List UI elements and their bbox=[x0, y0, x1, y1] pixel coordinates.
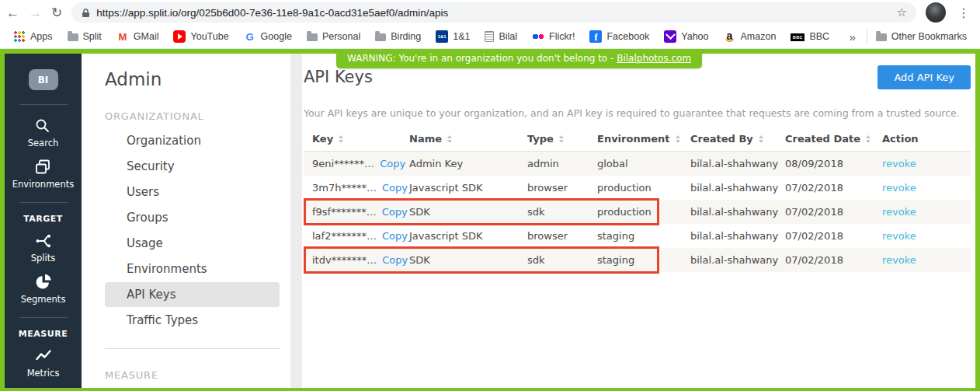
reload-icon[interactable]: ↻ bbox=[51, 6, 62, 19]
bookmark-item[interactable]: Yahoo bbox=[660, 29, 712, 44]
sort-icon[interactable] bbox=[339, 135, 343, 143]
admin-nav-item-label: Traffic Types bbox=[127, 313, 198, 327]
sort-icon[interactable] bbox=[759, 135, 763, 143]
admin-nav-item[interactable]: Organization bbox=[105, 128, 280, 153]
cell-created-by: bilal.al-shahwany bbox=[690, 158, 785, 169]
column-header[interactable]: Environment bbox=[597, 133, 690, 145]
other-bookmarks-folder[interactable]: Other Bookmarks bbox=[872, 30, 971, 44]
bookmark-item[interactable]: Facebook bbox=[586, 29, 653, 44]
sidebar-item-environments[interactable]: Environments bbox=[12, 158, 74, 190]
sidebar-item-label: Search bbox=[28, 138, 59, 148]
revoke-link[interactable]: revoke bbox=[882, 254, 916, 266]
copy-link[interactable]: Copy bbox=[382, 206, 408, 218]
column-header[interactable]: Key bbox=[304, 133, 409, 145]
column-header[interactable]: Created Date bbox=[785, 133, 882, 145]
sort-icon[interactable] bbox=[866, 135, 871, 143]
bookmark-item[interactable]: YouTube bbox=[169, 29, 232, 44]
sort-icon[interactable] bbox=[676, 135, 680, 143]
copy-link[interactable]: Copy bbox=[382, 254, 408, 266]
admin-nav-item[interactable]: Environments bbox=[105, 257, 280, 281]
bookmark-favicon bbox=[244, 30, 256, 43]
url-bar[interactable]: https://app.split.io/org/025b6d00-7e36-1… bbox=[71, 2, 916, 23]
bookmark-item[interactable]: 1&1 bbox=[432, 29, 474, 44]
bookmark-star-icon[interactable]: ☆ bbox=[897, 5, 907, 19]
admin-nav-item-label: Environments bbox=[127, 262, 207, 276]
admin-nav-item[interactable]: Groups bbox=[105, 205, 280, 230]
bookmark-item[interactable]: Bilal bbox=[481, 30, 521, 44]
sidebar-item-segments[interactable]: Segments bbox=[21, 273, 66, 305]
api-keys-table: Key Name Type Environment Created By Cre… bbox=[304, 129, 971, 272]
admin-nav-item[interactable]: Traffic Types bbox=[105, 308, 280, 333]
sidebar-item-label: Metrics bbox=[27, 368, 60, 379]
copy-link[interactable]: Copy bbox=[382, 230, 408, 242]
sort-icon[interactable] bbox=[559, 135, 564, 143]
bookmarks-divider bbox=[867, 30, 867, 44]
sidebar-item-splits[interactable]: Splits bbox=[31, 232, 56, 264]
table-body: 9eni******… Copy Admin Key admin global … bbox=[304, 152, 971, 272]
main-content: WARNING: You're in an organization you d… bbox=[302, 54, 975, 388]
admin-nav-item[interactable]: Security bbox=[105, 154, 280, 179]
bookmark-favicon bbox=[375, 33, 386, 41]
api-key-value: laf2*******… bbox=[312, 230, 377, 242]
bookmark-item[interactable]: GMail bbox=[113, 29, 163, 44]
bookmark-item[interactable]: Split bbox=[64, 30, 106, 44]
table-row: 9eni******… Copy Admin Key admin global … bbox=[304, 152, 971, 176]
cell-created-date: 07/02/2018 bbox=[785, 254, 882, 266]
sidebar-item-search[interactable]: Search bbox=[28, 117, 59, 148]
cell-created-date: 07/02/2018 bbox=[785, 182, 882, 194]
cell-created-date: 07/02/2018 bbox=[785, 230, 882, 242]
forward-icon[interactable]: → bbox=[29, 6, 42, 19]
browser-menu-icon[interactable]: ⋮ bbox=[955, 5, 972, 20]
admin-title: Admin bbox=[105, 69, 290, 89]
bookmark-item[interactable]: BBC bbox=[787, 30, 833, 44]
column-header-label: Type bbox=[527, 133, 554, 145]
bookmark-item[interactable]: Amazon bbox=[720, 29, 780, 44]
column-header[interactable]: Action bbox=[882, 133, 971, 145]
warning-link[interactable]: Bilalphotos.com bbox=[617, 53, 691, 64]
bookmark-label: Amazon bbox=[741, 31, 777, 42]
profile-avatar[interactable] bbox=[926, 2, 946, 23]
bookmark-item[interactable]: Personal bbox=[303, 30, 364, 44]
add-api-key-button[interactable]: Add API Key bbox=[877, 65, 971, 89]
cell-environment: global bbox=[597, 158, 690, 169]
revoke-link[interactable]: revoke bbox=[882, 230, 916, 242]
sidebar-item-metrics[interactable]: Metrics bbox=[27, 347, 60, 379]
cell-created-date: 08/09/2018 bbox=[785, 158, 882, 169]
revoke-link[interactable]: revoke bbox=[882, 182, 916, 194]
cell-type: admin bbox=[527, 158, 597, 169]
bookmark-label: Apps bbox=[30, 31, 53, 42]
bookmark-label: BBC bbox=[809, 31, 829, 42]
sidebar-item-label: Splits bbox=[31, 253, 56, 264]
column-header[interactable]: Name bbox=[409, 133, 527, 145]
sort-icon[interactable] bbox=[447, 135, 452, 143]
column-header[interactable]: Created By bbox=[690, 133, 785, 145]
admin-divider bbox=[105, 348, 280, 349]
copy-link[interactable]: Copy bbox=[382, 182, 408, 194]
folder-icon bbox=[876, 33, 887, 41]
cell-type: browser bbox=[527, 230, 597, 242]
admin-section-organizational: ORGANIZATIONAL bbox=[105, 110, 290, 122]
admin-nav-item[interactable]: Usage bbox=[105, 231, 280, 256]
admin-section-measure: MEASURE bbox=[105, 369, 290, 381]
column-header-label: Name bbox=[409, 133, 442, 145]
column-header[interactable]: Type bbox=[527, 133, 597, 145]
revoke-link[interactable]: revoke bbox=[882, 206, 916, 218]
back-icon[interactable]: ← bbox=[6, 6, 19, 19]
bookmark-item[interactable]: Google bbox=[240, 29, 296, 44]
cell-name: Javascript SDK bbox=[409, 230, 527, 242]
admin-nav-item-label: Organization bbox=[127, 134, 201, 148]
bookmark-item[interactable]: Birding bbox=[371, 30, 425, 44]
page-description: Your API keys are unique to your organiz… bbox=[304, 107, 971, 119]
org-avatar[interactable]: BI bbox=[29, 69, 58, 90]
bookmark-label: Yahoo bbox=[681, 31, 708, 42]
admin-nav-item[interactable]: API Keys bbox=[105, 282, 280, 307]
copy-link[interactable]: Copy bbox=[380, 158, 405, 169]
api-key-value: f9sf*******… bbox=[312, 206, 377, 218]
revoke-link[interactable]: revoke bbox=[882, 158, 916, 169]
sidebar-item-label: Environments bbox=[12, 179, 74, 190]
admin-nav-item[interactable]: Users bbox=[105, 180, 280, 204]
bookmarks-overflow-icon[interactable]: » bbox=[843, 30, 861, 44]
bookmark-favicon bbox=[173, 30, 186, 43]
bookmark-item[interactable]: Apps bbox=[9, 29, 57, 44]
bookmark-item[interactable]: Flickr! bbox=[528, 29, 579, 44]
